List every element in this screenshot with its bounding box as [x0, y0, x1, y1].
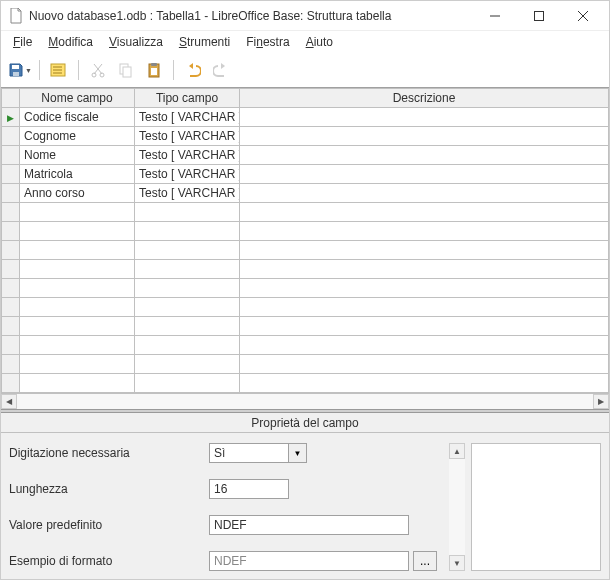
toolbar: ▼: [1, 53, 609, 87]
field-name-cell[interactable]: [20, 317, 135, 336]
format-browse-button[interactable]: ...: [413, 551, 437, 571]
paste-button[interactable]: [141, 57, 167, 83]
cut-button: [85, 57, 111, 83]
row-header[interactable]: [2, 317, 20, 336]
field-name-cell[interactable]: Nome: [20, 146, 135, 165]
titlebar: Nuovo database1.odb : Tabella1 - LibreOf…: [1, 1, 609, 31]
row-header[interactable]: [2, 355, 20, 374]
scrollbar-track[interactable]: [17, 394, 593, 409]
row-header[interactable]: ▶: [2, 108, 20, 127]
row-header[interactable]: [2, 241, 20, 260]
field-name-cell[interactable]: [20, 241, 135, 260]
row-header[interactable]: [2, 222, 20, 241]
table-scroll-area[interactable]: Nome campo Tipo campo Descrizione ▶Codic…: [1, 88, 609, 393]
field-desc-cell[interactable]: [240, 222, 609, 241]
current-row-indicator-icon: ▶: [7, 113, 14, 123]
edit-button[interactable]: [46, 57, 72, 83]
undo-button[interactable]: [180, 57, 206, 83]
field-type-cell[interactable]: [135, 317, 240, 336]
field-desc-cell[interactable]: [240, 184, 609, 203]
row-header[interactable]: [2, 336, 20, 355]
menu-edit[interactable]: Modifica: [40, 33, 101, 51]
chevron-down-icon: ▼: [25, 67, 32, 74]
field-type-cell[interactable]: [135, 336, 240, 355]
menu-help[interactable]: Aiuto: [298, 33, 341, 51]
field-desc-cell[interactable]: [240, 241, 609, 260]
scroll-down-icon[interactable]: ▼: [449, 555, 465, 571]
horizontal-scrollbar[interactable]: ◀ ▶: [1, 393, 609, 409]
row-header[interactable]: [2, 203, 20, 222]
menu-view[interactable]: Visualizza: [101, 33, 171, 51]
field-desc-cell[interactable]: [240, 336, 609, 355]
svg-rect-4: [12, 65, 19, 69]
scroll-right-icon[interactable]: ▶: [593, 394, 609, 409]
field-type-cell[interactable]: [135, 279, 240, 298]
field-type-cell[interactable]: [135, 222, 240, 241]
field-type-cell[interactable]: [135, 203, 240, 222]
field-desc-cell[interactable]: [240, 165, 609, 184]
field-name-cell[interactable]: [20, 203, 135, 222]
field-desc-cell[interactable]: [240, 127, 609, 146]
field-desc-cell[interactable]: [240, 146, 609, 165]
format-example-field[interactable]: [209, 551, 409, 571]
row-header[interactable]: [2, 127, 20, 146]
entry-required-dropdown[interactable]: ▼: [289, 443, 307, 463]
field-type-cell[interactable]: Testo [ VARCHAR ]: [135, 108, 240, 127]
field-desc-cell[interactable]: [240, 279, 609, 298]
field-desc-cell[interactable]: [240, 108, 609, 127]
field-type-cell[interactable]: [135, 298, 240, 317]
row-header-corner[interactable]: [2, 89, 20, 108]
length-field[interactable]: [209, 479, 289, 499]
field-name-cell[interactable]: [20, 279, 135, 298]
field-type-cell[interactable]: Testo [ VARCHAR ]: [135, 165, 240, 184]
toolbar-separator: [78, 60, 79, 80]
field-name-cell[interactable]: Matricola: [20, 165, 135, 184]
field-desc-cell[interactable]: [240, 317, 609, 336]
menu-window[interactable]: Finestra: [238, 33, 297, 51]
row-header[interactable]: [2, 298, 20, 317]
row-header[interactable]: [2, 184, 20, 203]
field-type-cell[interactable]: Testo [ VARCHAR ]: [135, 184, 240, 203]
menu-file[interactable]: File: [5, 33, 40, 51]
field-desc-cell[interactable]: [240, 355, 609, 374]
field-desc-cell[interactable]: [240, 260, 609, 279]
field-name-cell[interactable]: [20, 260, 135, 279]
field-name-cell[interactable]: [20, 298, 135, 317]
default-value-field[interactable]: [209, 515, 409, 535]
menu-tools[interactable]: Strumenti: [171, 33, 238, 51]
row-header[interactable]: [2, 279, 20, 298]
field-desc-cell[interactable]: [240, 374, 609, 393]
close-button[interactable]: [561, 2, 605, 30]
field-type-cell[interactable]: [135, 260, 240, 279]
field-desc-cell[interactable]: [240, 298, 609, 317]
row-header[interactable]: [2, 146, 20, 165]
row-header[interactable]: [2, 260, 20, 279]
scroll-up-icon[interactable]: ▲: [449, 443, 465, 459]
properties-scrollbar[interactable]: ▲ ▼: [449, 443, 465, 571]
field-name-cell[interactable]: [20, 355, 135, 374]
field-type-cell[interactable]: [135, 355, 240, 374]
toolbar-separator: [39, 60, 40, 80]
save-button[interactable]: ▼: [7, 57, 33, 83]
row-header[interactable]: [2, 165, 20, 184]
column-header-name[interactable]: Nome campo: [20, 89, 135, 108]
field-name-cell[interactable]: [20, 222, 135, 241]
minimize-button[interactable]: [473, 2, 517, 30]
scroll-left-icon[interactable]: ◀: [1, 394, 17, 409]
field-name-cell[interactable]: Cognome: [20, 127, 135, 146]
field-type-cell[interactable]: [135, 374, 240, 393]
field-type-cell[interactable]: Testo [ VARCHAR ]: [135, 146, 240, 165]
field-name-cell[interactable]: [20, 336, 135, 355]
scrollbar-track[interactable]: [449, 459, 465, 555]
field-desc-cell[interactable]: [240, 203, 609, 222]
field-name-cell[interactable]: [20, 374, 135, 393]
column-header-desc[interactable]: Descrizione: [240, 89, 609, 108]
column-header-type[interactable]: Tipo campo: [135, 89, 240, 108]
entry-required-field[interactable]: [209, 443, 289, 463]
row-header[interactable]: [2, 374, 20, 393]
field-type-cell[interactable]: Testo [ VARCHAR ]: [135, 127, 240, 146]
maximize-button[interactable]: [517, 2, 561, 30]
field-type-cell[interactable]: [135, 241, 240, 260]
field-name-cell[interactable]: Codice fiscale: [20, 108, 135, 127]
field-name-cell[interactable]: Anno corso: [20, 184, 135, 203]
